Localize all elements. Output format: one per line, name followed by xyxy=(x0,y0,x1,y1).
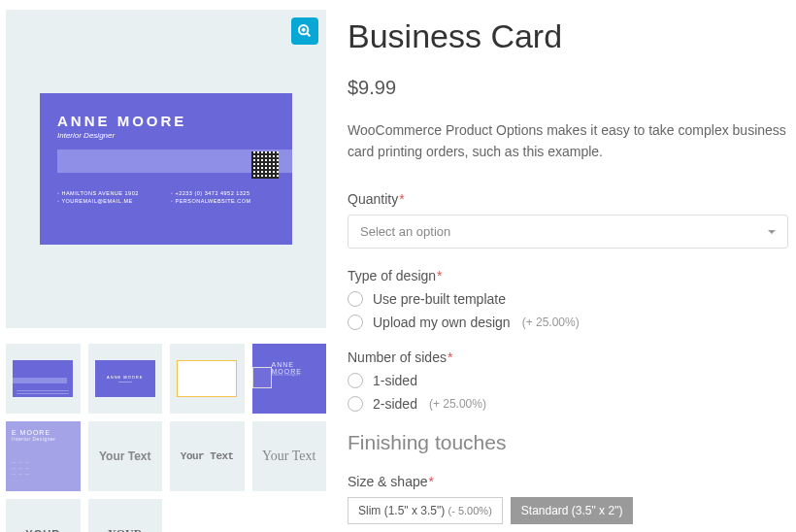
radio-2sided[interactable]: 2-sided(+ 25.00%) xyxy=(348,396,788,412)
main-image[interactable]: ANNE MOORE Interior Designer HAMILTONS A… xyxy=(6,10,326,328)
required-indicator: * xyxy=(399,191,404,207)
required-indicator: * xyxy=(437,268,442,283)
thumbnail[interactable]: YOUR xyxy=(88,499,163,532)
thumbnail[interactable] xyxy=(170,344,245,414)
radio-prebuilt[interactable]: Use pre-built template xyxy=(348,291,788,307)
finishing-heading: Finishing touches xyxy=(348,431,788,454)
thumbnail[interactable] xyxy=(6,344,81,414)
size-chips: Slim (1.5" x 3.5") (- 5.00%) Standard (3… xyxy=(348,497,788,532)
radio-icon xyxy=(348,315,363,330)
card-address: HAMILTONS AVENUE 1902 xyxy=(57,190,161,196)
product-description: WooCommerce Product Options makes it eas… xyxy=(348,120,788,162)
product-gallery: ANNE MOORE Interior Designer HAMILTONS A… xyxy=(6,10,326,532)
card-email: YOUREMAIL@EMAIL.ME xyxy=(57,198,161,204)
card-phone: +2233 (0) 3472 4952 1325 xyxy=(171,190,275,196)
chip-standard[interactable]: Standard (3.5" x 2") xyxy=(511,497,634,524)
quantity-select[interactable]: Select an option xyxy=(348,215,788,249)
thumbnail[interactable]: Your Text xyxy=(252,421,327,491)
search-plus-icon xyxy=(297,23,313,39)
chip-slim[interactable]: Slim (1.5" x 3.5") (- 5.00%) xyxy=(348,497,503,524)
qr-code-icon xyxy=(251,151,279,179)
thumbnail-grid: ANNE MOORE ANNE MOOREInterior Designer E… xyxy=(6,344,326,532)
thumbnail[interactable]: Your Text xyxy=(170,421,245,491)
thumbnail[interactable]: Your Text xyxy=(88,421,163,491)
required-indicator: * xyxy=(448,349,452,365)
card-website: PERSONALWEBSITE.COM xyxy=(171,198,275,204)
svg-line-1 xyxy=(307,33,310,36)
required-indicator: * xyxy=(429,474,434,489)
radio-icon xyxy=(348,291,363,307)
card-name: ANNE MOORE xyxy=(57,113,275,129)
card-role: Interior Designer xyxy=(57,131,275,140)
radio-upload[interactable]: Upload my own design(+ 25.00%) xyxy=(348,315,788,330)
radio-1sided[interactable]: 1-sided xyxy=(348,373,788,388)
field-size: Size & shape* Slim (1.5" x 3.5") (- 5.00… xyxy=(348,474,788,532)
field-design: Type of design* Use pre-built template U… xyxy=(348,268,788,330)
thumbnail[interactable]: ANNE MOOREInterior Designer xyxy=(252,344,327,414)
product-details: Business Card $9.99 WooCommerce Product … xyxy=(348,10,788,532)
thumbnail[interactable]: ANNE MOORE xyxy=(88,344,163,414)
sample-card: ANNE MOORE Interior Designer HAMILTONS A… xyxy=(40,93,292,245)
radio-icon xyxy=(348,396,363,412)
product-title: Business Card xyxy=(348,17,788,55)
product-price: $9.99 xyxy=(348,77,788,99)
field-sides: Number of sides* 1-sided 2-sided(+ 25.00… xyxy=(348,349,788,412)
thumbnail[interactable]: YOUR xyxy=(6,499,81,532)
field-quantity: Quantity* Select an option xyxy=(348,191,788,249)
radio-icon xyxy=(348,373,363,388)
zoom-button[interactable] xyxy=(291,17,318,45)
thumbnail[interactable]: E MOOREInterior Designer— — —— — —— — — xyxy=(6,421,81,491)
